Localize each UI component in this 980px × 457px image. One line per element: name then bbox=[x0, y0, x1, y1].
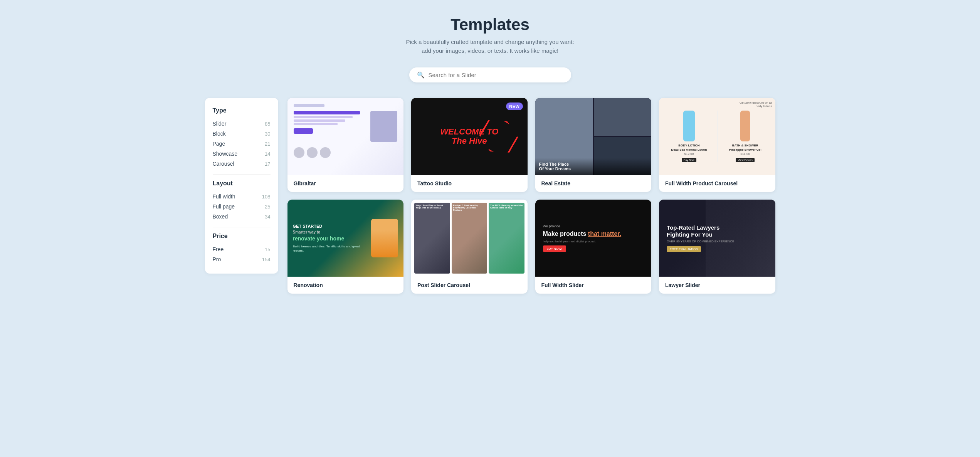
layout-filter-title: Layout bbox=[213, 180, 271, 187]
template-label-tattoo: Tattoo Studio bbox=[411, 175, 528, 192]
template-card-realestate[interactable]: Find The PlaceOf Your Dreams Real Estate bbox=[535, 98, 652, 192]
template-label-realestate: Real Estate bbox=[535, 175, 652, 192]
filter-full-width[interactable]: Full width 108 bbox=[213, 192, 271, 202]
filter-boxed[interactable]: Boxed 34 bbox=[213, 212, 271, 222]
template-thumb-post-slider: Yoga: Best Way to Sneak Yoga Into Your H… bbox=[411, 200, 528, 277]
template-card-product-carousel[interactable]: Get 20% discount on all body lotions BOD… bbox=[659, 98, 775, 192]
template-thumb-gibraltar bbox=[287, 98, 404, 175]
template-label-renovation: Renovation bbox=[287, 277, 404, 294]
templates-grid: Gibraltar NEW WELCOME TOThe Hive Tattoo … bbox=[287, 98, 775, 294]
template-card-full-width-slider[interactable]: We provide Make products that matter. he… bbox=[535, 200, 652, 294]
filter-carousel[interactable]: Carousel 17 bbox=[213, 159, 271, 169]
template-label-lawyer: Lawyer Slider bbox=[659, 277, 775, 294]
type-filter-title: Type bbox=[213, 107, 271, 114]
divider-2 bbox=[213, 227, 271, 227]
content-wrap: Type Slider 85 Block 30 Page 21 Showcase… bbox=[205, 98, 775, 294]
filter-slider[interactable]: Slider 85 bbox=[213, 119, 271, 129]
search-input[interactable] bbox=[429, 72, 563, 78]
search-bar-wrap: 🔍 bbox=[8, 67, 972, 82]
template-thumb-realestate: Find The PlaceOf Your Dreams bbox=[535, 98, 652, 175]
template-thumb-product: Get 20% discount on all body lotions BOD… bbox=[659, 98, 775, 175]
template-card-renovation[interactable]: GET STARTED Smarter way to renovate your… bbox=[287, 200, 404, 294]
page-title: Templates bbox=[8, 15, 972, 34]
template-card-lawyer[interactable]: Top-Rated LawyersFighting For You OVER 8… bbox=[659, 200, 775, 294]
divider-1 bbox=[213, 174, 271, 175]
template-label-product-carousel: Full Width Product Carousel bbox=[659, 175, 775, 192]
filter-pro[interactable]: Pro 154 bbox=[213, 254, 271, 264]
filter-free[interactable]: Free 15 bbox=[213, 244, 271, 254]
template-thumb-lawyer: Top-Rated LawyersFighting For You OVER 8… bbox=[659, 200, 775, 277]
search-bar[interactable]: 🔍 bbox=[409, 67, 571, 82]
template-label-post-slider: Post Slider Carousel bbox=[411, 277, 528, 294]
badge-new-tattoo: NEW bbox=[506, 102, 523, 110]
search-icon: 🔍 bbox=[417, 71, 425, 79]
template-label-full-width-slider: Full Width Slider bbox=[535, 277, 652, 294]
filter-full-page[interactable]: Full page 25 bbox=[213, 202, 271, 212]
page-subtitle: Pick a beautifully crafted template and … bbox=[8, 38, 972, 55]
template-thumb-renovation: GET STARTED Smarter way to renovate your… bbox=[287, 200, 404, 277]
template-thumb-tattoo: NEW WELCOME TOThe Hive bbox=[411, 98, 528, 175]
template-card-gibraltar[interactable]: Gibraltar bbox=[287, 98, 404, 192]
filter-page[interactable]: Page 21 bbox=[213, 139, 271, 149]
page-header: Templates Pick a beautifully crafted tem… bbox=[8, 15, 972, 55]
template-thumb-full-width-slider: We provide Make products that matter. he… bbox=[535, 200, 652, 277]
template-card-tattoo[interactable]: NEW WELCOME TOThe Hive Tattoo Studio bbox=[411, 98, 528, 192]
sidebar: Type Slider 85 Block 30 Page 21 Showcase… bbox=[205, 98, 278, 274]
template-label-gibraltar: Gibraltar bbox=[287, 175, 404, 192]
filter-showcase[interactable]: Showcase 14 bbox=[213, 149, 271, 159]
template-card-post-slider[interactable]: Yoga: Best Way to Sneak Yoga Into Your H… bbox=[411, 200, 528, 294]
price-filter-title: Price bbox=[213, 233, 271, 240]
filter-block[interactable]: Block 30 bbox=[213, 129, 271, 139]
